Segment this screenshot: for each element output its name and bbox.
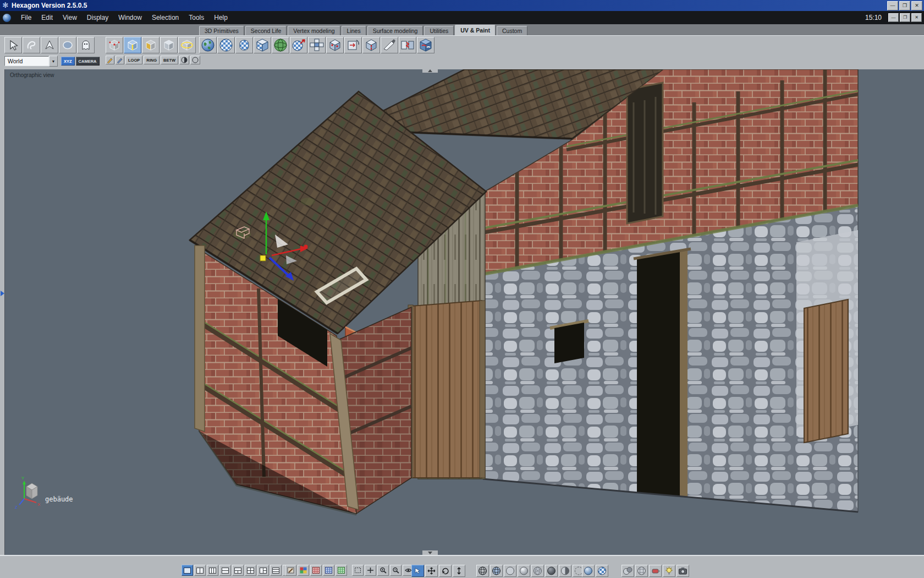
menu-help[interactable]: Help: [209, 11, 233, 24]
pan-cross-icon[interactable]: [365, 565, 376, 576]
loop-button[interactable]: LOOP: [125, 56, 142, 64]
mark-seam-icon[interactable]: [362, 37, 380, 53]
layout-two-cols-icon[interactable]: [194, 565, 206, 576]
checker-sphere-icon[interactable]: [217, 37, 235, 53]
half-circle-icon[interactable]: [179, 56, 189, 64]
menu-tools[interactable]: Tools: [184, 11, 209, 24]
zoom-out-icon[interactable]: [390, 565, 402, 576]
layout-two-rows-icon[interactable]: [219, 565, 231, 576]
dolly-zoom-icon[interactable]: [453, 565, 465, 577]
camera-button[interactable]: CAMERA: [76, 57, 100, 66]
blue-grid-icon[interactable]: [323, 565, 334, 576]
menu-view[interactable]: View: [58, 11, 82, 24]
viewport[interactable]: Y X Z gebäude Orthographic view: [0, 69, 924, 555]
light-icon[interactable]: [663, 565, 675, 577]
loop-select-icon[interactable]: [178, 37, 196, 53]
cylindrical-mapping-icon[interactable]: [235, 37, 253, 53]
rotate-view-icon[interactable]: [439, 565, 452, 577]
ellipse-select-icon[interactable]: [59, 37, 76, 53]
solid-arrow-icon[interactable]: [41, 37, 58, 53]
tab-3d-primitives[interactable]: 3D Primitives: [199, 26, 244, 35]
vertex-mode-icon[interactable]: [106, 37, 123, 53]
layout-grid-icon[interactable]: [245, 565, 256, 576]
face-mode-icon[interactable]: [142, 37, 160, 53]
spherical-mapping-icon[interactable]: [199, 37, 217, 53]
circle-outline-icon[interactable]: [190, 56, 200, 64]
uv-knife-icon[interactable]: [381, 37, 398, 53]
tab-second-life[interactable]: Second Life: [245, 26, 287, 35]
faceted-mode-icon[interactable]: [531, 565, 544, 577]
edge-mode-icon[interactable]: [124, 37, 141, 53]
tab-surface-modeling[interactable]: Surface modeling: [367, 26, 424, 35]
wire-shaded-mode-icon[interactable]: [490, 565, 503, 577]
menu-edit[interactable]: Edit: [36, 11, 58, 24]
tab-lines[interactable]: Lines: [342, 26, 366, 35]
maximize-icon[interactable]: ❐: [899, 1, 910, 10]
layout-single-icon[interactable]: [182, 565, 193, 576]
tab-uv-paint[interactable]: UV & Paint: [455, 25, 496, 35]
marquee-icon[interactable]: [352, 565, 364, 576]
world-selector[interactable]: World: [4, 56, 49, 66]
smooth-mode-icon[interactable]: [518, 565, 530, 577]
menu-display[interactable]: Display: [82, 11, 113, 24]
paint-3d-icon[interactable]: [417, 37, 435, 53]
planar-mapping-icon[interactable]: [290, 37, 307, 53]
pan-tool-icon[interactable]: [425, 565, 438, 577]
chevron-down-icon[interactable]: ▼: [49, 56, 58, 67]
green-grid-icon[interactable]: [336, 565, 347, 576]
stitch-uv-icon[interactable]: [399, 37, 416, 53]
child-close-icon[interactable]: ✕: [911, 13, 922, 22]
top-splitter-handle[interactable]: [422, 68, 438, 73]
ring-button[interactable]: RING: [144, 56, 160, 64]
zoom-in-icon[interactable]: [377, 565, 389, 576]
child-maximize-icon[interactable]: ❐: [900, 13, 910, 22]
dark-mode-icon[interactable]: [545, 565, 558, 577]
ghost-select-icon[interactable]: [77, 37, 95, 53]
paint-tube-icon[interactable]: [649, 565, 662, 577]
backface-spheres-icon[interactable]: [622, 565, 634, 577]
pencil-deselect-icon[interactable]: [116, 56, 124, 64]
flat-mode-icon[interactable]: [504, 565, 516, 577]
bottom-splitter-handle[interactable]: [422, 550, 438, 555]
panel-expand-arrow-icon[interactable]: [1, 291, 4, 296]
tab-utilities[interactable]: Utilities: [424, 26, 454, 35]
layout-three-cols-icon[interactable]: [207, 565, 218, 576]
wireframe-mode-icon[interactable]: [476, 565, 489, 577]
tab-vertex-modeling[interactable]: Vertex modeling: [288, 26, 340, 35]
menu-file[interactable]: File: [16, 11, 36, 24]
tab-custom[interactable]: Custom: [497, 26, 527, 35]
object-mode-icon[interactable]: [160, 37, 178, 53]
pin-uv-icon[interactable]: [326, 37, 344, 53]
red-grid-icon[interactable]: [310, 565, 322, 576]
building-model[interactable]: [190, 69, 861, 515]
viewport-3d-scene[interactable]: Y X Z gebäude: [0, 69, 924, 555]
material-sphere-icon[interactable]: [582, 565, 595, 577]
wireframe-sphere-icon[interactable]: [272, 37, 289, 53]
xyz-button[interactable]: XYZ: [61, 57, 75, 66]
menu-window[interactable]: Window: [113, 11, 147, 24]
lasso-icon[interactable]: [23, 37, 40, 53]
pick-arrow-icon[interactable]: [4, 37, 22, 53]
half-shade-mode-icon[interactable]: [559, 565, 571, 577]
child-minimize-icon[interactable]: —: [888, 13, 899, 22]
layout-left-stack-icon[interactable]: [257, 565, 269, 576]
layout-one-two-icon[interactable]: [232, 565, 244, 576]
orbit-tool-icon[interactable]: [411, 565, 424, 577]
palette-icon[interactable]: [298, 565, 309, 576]
cubic-mapping-icon[interactable]: [254, 37, 271, 53]
close-icon[interactable]: ✕: [911, 1, 922, 10]
menu-selection[interactable]: Selection: [147, 11, 184, 24]
minimize-icon[interactable]: —: [887, 1, 898, 10]
unfold-uv-icon[interactable]: [308, 37, 326, 53]
relax-uv-icon[interactable]: [344, 37, 362, 53]
gizmo-x-dot[interactable]: [304, 245, 308, 249]
pencil-select-icon[interactable]: [106, 56, 114, 64]
pencil-page-icon[interactable]: [285, 565, 296, 576]
corner-post-left: [195, 246, 205, 432]
textured-sphere-icon[interactable]: [596, 565, 608, 577]
render-camera-icon[interactable]: [676, 565, 689, 577]
uv-grid-sphere-icon[interactable]: [635, 565, 648, 577]
layout-three-rows-icon[interactable]: [270, 565, 282, 576]
betw-button[interactable]: BETW: [161, 56, 178, 64]
gizmo-center-handle[interactable]: [260, 255, 266, 261]
